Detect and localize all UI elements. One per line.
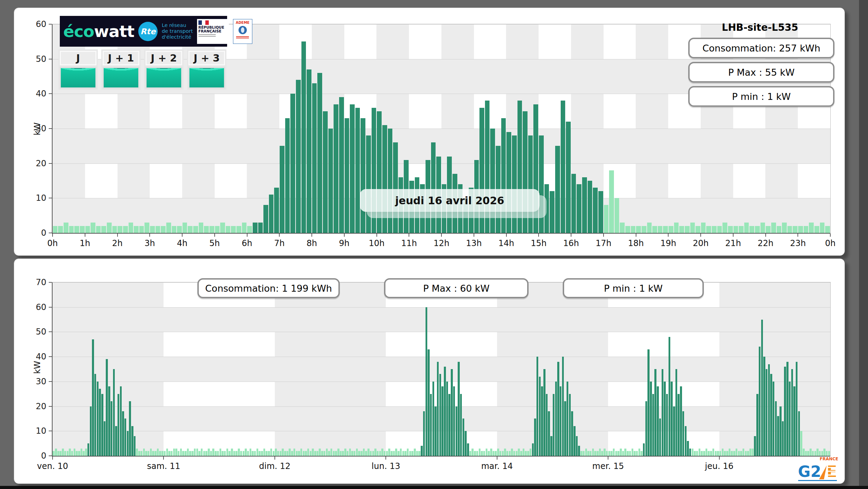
- power-bar[interactable]: [312, 83, 317, 233]
- power-bar[interactable]: [144, 223, 149, 233]
- power-bar[interactable]: [398, 451, 399, 456]
- power-bar[interactable]: [820, 223, 825, 233]
- power-bar[interactable]: [647, 223, 652, 233]
- power-bar[interactable]: [161, 451, 163, 456]
- power-bar[interactable]: [555, 146, 560, 233]
- power-bar[interactable]: [361, 451, 362, 456]
- power-bar[interactable]: [194, 449, 196, 456]
- power-bar[interactable]: [296, 451, 298, 456]
- power-bar[interactable]: [340, 451, 342, 456]
- power-bar[interactable]: [608, 451, 610, 456]
- power-bar[interactable]: [701, 451, 702, 456]
- power-bar[interactable]: [187, 449, 189, 456]
- power-bar[interactable]: [296, 80, 301, 233]
- power-bar[interactable]: [80, 226, 85, 233]
- power-bar[interactable]: [679, 226, 684, 233]
- power-bar[interactable]: [124, 419, 126, 456]
- power-bar[interactable]: [506, 132, 511, 233]
- power-bar[interactable]: [108, 386, 110, 456]
- tab-day-j2[interactable]: J + 2: [144, 49, 184, 90]
- power-bar[interactable]: [91, 223, 95, 233]
- power-bar[interactable]: [582, 177, 587, 233]
- power-bar[interactable]: [120, 386, 122, 456]
- power-bar[interactable]: [370, 451, 372, 456]
- power-bar[interactable]: [342, 451, 344, 456]
- power-bar[interactable]: [479, 449, 480, 456]
- power-bar[interactable]: [564, 401, 566, 456]
- power-bar[interactable]: [314, 451, 316, 456]
- power-bar[interactable]: [83, 451, 84, 456]
- power-bar[interactable]: [525, 451, 526, 456]
- power-bar[interactable]: [301, 41, 306, 233]
- power-bar[interactable]: [780, 406, 781, 456]
- power-bar[interactable]: [321, 451, 323, 456]
- power-bar[interactable]: [305, 451, 307, 456]
- power-bar[interactable]: [324, 451, 325, 456]
- power-bar[interactable]: [699, 449, 700, 456]
- power-bar[interactable]: [220, 223, 225, 233]
- power-bar[interactable]: [254, 451, 256, 456]
- power-bar[interactable]: [258, 223, 263, 233]
- power-bar[interactable]: [601, 451, 603, 456]
- power-bar[interactable]: [284, 451, 286, 456]
- power-bar[interactable]: [273, 451, 274, 456]
- power-bar[interactable]: [793, 226, 797, 233]
- power-bar[interactable]: [99, 389, 101, 456]
- power-bar[interactable]: [548, 411, 550, 456]
- power-bar[interactable]: [560, 386, 561, 456]
- power-bar[interactable]: [69, 226, 74, 233]
- power-bar[interactable]: [349, 449, 351, 456]
- power-bar[interactable]: [652, 394, 654, 456]
- power-bar[interactable]: [300, 449, 302, 456]
- power-bar[interactable]: [94, 374, 96, 456]
- power-bar[interactable]: [74, 226, 79, 233]
- power-bar[interactable]: [270, 449, 272, 456]
- power-bar[interactable]: [259, 451, 260, 456]
- power-bar[interactable]: [407, 449, 409, 456]
- power-bar[interactable]: [534, 419, 536, 456]
- power-bar[interactable]: [604, 449, 605, 456]
- power-bar[interactable]: [115, 426, 117, 456]
- power-bar[interactable]: [472, 449, 473, 456]
- power-bar[interactable]: [580, 451, 582, 456]
- power-bar[interactable]: [263, 449, 265, 456]
- power-bar[interactable]: [323, 111, 328, 233]
- power-bar[interactable]: [812, 451, 814, 456]
- power-bar[interactable]: [71, 451, 73, 456]
- power-bar[interactable]: [104, 421, 105, 456]
- power-bar[interactable]: [67, 451, 68, 456]
- power-bar[interactable]: [252, 451, 253, 456]
- power-bar[interactable]: [617, 451, 619, 456]
- power-bar[interactable]: [752, 449, 754, 456]
- power-bar[interactable]: [416, 451, 418, 456]
- power-bar[interactable]: [658, 226, 663, 233]
- power-bar[interactable]: [759, 347, 760, 456]
- power-bar[interactable]: [787, 226, 792, 233]
- power-bar[interactable]: [610, 451, 612, 456]
- power-bar[interactable]: [497, 449, 499, 456]
- power-bar[interactable]: [657, 386, 659, 456]
- power-bar[interactable]: [506, 451, 508, 456]
- power-bar[interactable]: [220, 449, 221, 456]
- power-bar[interactable]: [722, 223, 727, 233]
- power-bar[interactable]: [317, 73, 322, 233]
- power-bar[interactable]: [423, 411, 425, 456]
- power-bar[interactable]: [782, 421, 784, 456]
- power-bar[interactable]: [196, 449, 198, 456]
- power-bar[interactable]: [488, 451, 489, 456]
- power-bar[interactable]: [382, 125, 387, 233]
- power-bar[interactable]: [148, 451, 149, 456]
- power-bar[interactable]: [740, 451, 742, 456]
- power-bar[interactable]: [722, 449, 724, 456]
- power-bar[interactable]: [112, 226, 117, 233]
- power-bar[interactable]: [761, 320, 763, 456]
- power-bar[interactable]: [212, 449, 214, 456]
- power-bar[interactable]: [828, 451, 830, 456]
- power-bar[interactable]: [293, 449, 295, 456]
- power-bar[interactable]: [645, 401, 647, 456]
- power-bar[interactable]: [379, 451, 381, 456]
- power-bar[interactable]: [502, 451, 504, 456]
- power-bar[interactable]: [269, 195, 274, 233]
- power-bar[interactable]: [204, 226, 209, 233]
- power-bar[interactable]: [64, 451, 66, 456]
